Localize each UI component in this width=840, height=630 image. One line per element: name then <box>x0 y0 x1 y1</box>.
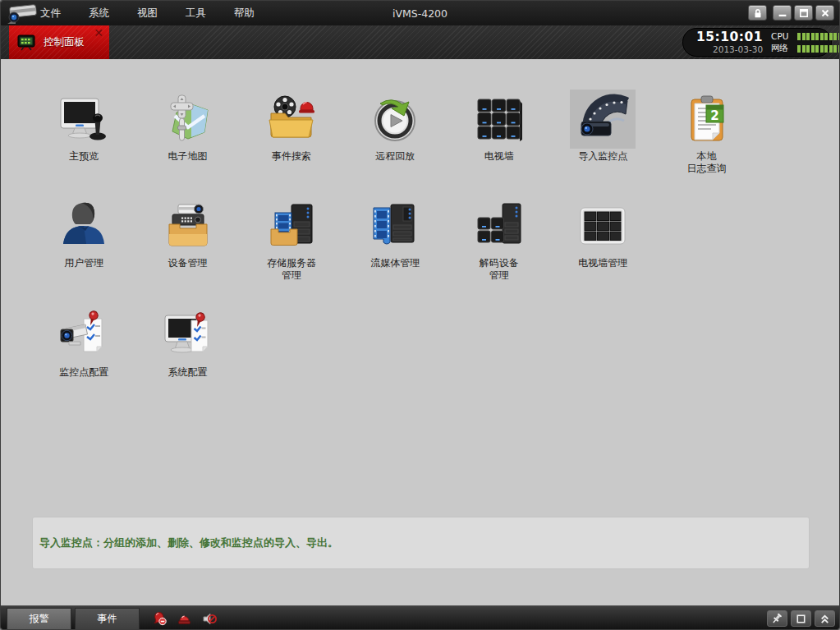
control-panel-icon <box>16 34 36 52</box>
mute-audio-icon[interactable] <box>202 612 217 626</box>
meter-block: CPU 网络 <box>771 31 840 53</box>
module-stream-media[interactable]: 流媒体管理 <box>343 196 447 303</box>
module-label: 电子地图 <box>135 150 239 163</box>
module-remote-playback[interactable]: 远程回放 <box>343 90 447 196</box>
device-mgmt-icon <box>162 200 214 252</box>
module-label: 本地日志查询 <box>654 150 758 175</box>
grid-row-2: 用户管理 <box>32 196 759 303</box>
system-config-icon <box>162 309 214 361</box>
e-map-icon <box>162 93 214 145</box>
current-time: 15:10:01 <box>696 31 763 44</box>
module-camera-config[interactable]: 监控点配置 <box>32 306 135 412</box>
tv-wall-icon <box>473 93 526 145</box>
storage-server-icon <box>265 200 318 252</box>
module-tv-wall[interactable]: 电视墙 <box>448 90 551 196</box>
module-label: 存储服务器管理 <box>240 257 343 282</box>
module-label: 监控点配置 <box>32 366 135 379</box>
remote-playback-icon <box>369 93 421 145</box>
statusbar-right-buttons <box>767 610 835 627</box>
module-grid: 主预览 <box>32 90 759 412</box>
module-e-map[interactable]: 电子地图 <box>135 90 239 196</box>
module-label: 远程回放 <box>343 150 447 163</box>
module-local-log[interactable]: 2 本地日志查询 <box>654 90 758 196</box>
window-title: iVMS-4200 <box>392 7 448 20</box>
restore-panel-button[interactable] <box>791 610 811 627</box>
cpu-meter <box>797 33 840 40</box>
import-camera-icon <box>576 93 629 145</box>
clear-alarm-icon[interactable] <box>153 611 167 626</box>
statusbar-icons <box>153 611 217 626</box>
tab-control-panel[interactable]: 控制面板 ✕ <box>9 25 109 59</box>
alarm-tab[interactable]: 报警 <box>7 608 71 630</box>
svg-text:2: 2 <box>710 108 718 123</box>
camera-config-icon <box>57 309 110 361</box>
module-import-camera[interactable]: 导入监控点 <box>551 90 654 196</box>
main-preview-icon <box>57 93 110 145</box>
minimize-icon <box>777 7 788 19</box>
title-bar: 文件 系统 视图 工具 帮助 iVMS-4200 <box>1 1 839 25</box>
event-search-icon <box>265 93 318 145</box>
cpu-label: CPU <box>771 31 794 41</box>
maximize-button[interactable] <box>794 5 813 21</box>
module-description-text: 导入监控点：分组的添加、删除、修改和监控点的导入、导出。 <box>39 536 338 550</box>
close-icon <box>819 7 831 19</box>
menu-help[interactable]: 帮助 <box>231 5 258 22</box>
network-label: 网络 <box>771 43 794 54</box>
network-meter <box>797 45 840 53</box>
grid-row-1: 主预览 <box>32 90 759 196</box>
module-description-panel: 导入监控点：分组的添加、删除、修改和监控点的导入、导出。 <box>32 517 810 569</box>
maximize-icon <box>798 7 810 19</box>
status-bar: 报警 事件 <box>1 605 839 630</box>
collapse-button[interactable] <box>815 610 835 627</box>
menu-file[interactable]: 文件 <box>37 5 64 22</box>
minimize-button[interactable] <box>773 5 792 21</box>
stream-media-icon <box>369 200 421 252</box>
time-block: 15:10:01 2013-03-30 <box>696 31 763 54</box>
user-mgmt-icon <box>57 200 110 252</box>
event-tab[interactable]: 事件 <box>75 608 140 630</box>
module-label: 导入监控点 <box>551 150 654 163</box>
tab-label: 控制面板 <box>44 35 85 49</box>
pin-icon <box>771 613 783 625</box>
window-controls <box>748 5 834 21</box>
lock-button[interactable] <box>748 5 767 21</box>
local-log-icon: 2 <box>681 93 733 145</box>
module-main-preview[interactable]: 主预览 <box>32 90 135 196</box>
menu-view[interactable]: 视图 <box>134 5 161 22</box>
current-date: 2013-03-30 <box>696 45 763 54</box>
restore-icon <box>795 613 807 625</box>
module-label: 设备管理 <box>135 257 239 269</box>
module-event-search[interactable]: 事件搜索 <box>240 90 343 196</box>
pin-button[interactable] <box>767 610 787 627</box>
module-label: 电视墙 <box>448 150 551 163</box>
module-storage-server[interactable]: 存储服务器管理 <box>240 196 343 303</box>
double-chevron-up-icon <box>819 613 831 625</box>
decode-device-icon <box>473 200 526 252</box>
module-system-config[interactable]: 系统配置 <box>135 306 239 412</box>
tvwall-mgmt-icon <box>576 200 629 252</box>
alarm-siren-icon[interactable] <box>177 612 191 626</box>
module-label: 电视墙管理 <box>551 257 654 269</box>
grid-row-3: 监控点配置 <box>32 306 759 412</box>
module-decode-device[interactable]: 解码设备管理 <box>448 196 551 303</box>
ivms-window: 文件 系统 视图 工具 帮助 iVMS-4200 <box>0 0 840 630</box>
module-label: 事件搜索 <box>240 150 343 163</box>
tab-close-icon[interactable]: ✕ <box>94 28 103 38</box>
menu-system[interactable]: 系统 <box>85 5 112 22</box>
lock-icon <box>752 7 764 19</box>
module-label: 主预览 <box>32 150 135 163</box>
module-device-mgmt[interactable]: 设备管理 <box>135 196 239 303</box>
module-label: 流媒体管理 <box>343 257 447 269</box>
control-panel-content: 主预览 <box>1 59 839 605</box>
tab-bar: 控制面板 ✕ 15:10:01 2013-03-30 CPU 网络 <box>1 25 839 59</box>
menu-bar: 文件 系统 视图 工具 帮助 <box>37 1 258 25</box>
module-label: 系统配置 <box>135 366 239 379</box>
module-label: 解码设备管理 <box>448 257 551 282</box>
app-logo-camera-icon <box>5 2 39 28</box>
menu-tools[interactable]: 工具 <box>182 5 209 22</box>
module-label: 用户管理 <box>32 257 135 269</box>
clock-status-panel: 15:10:01 2013-03-30 CPU 网络 <box>682 28 832 57</box>
module-user-mgmt[interactable]: 用户管理 <box>32 196 135 303</box>
module-tvwall-mgmt[interactable]: 电视墙管理 <box>551 196 654 303</box>
close-button[interactable] <box>815 5 834 21</box>
